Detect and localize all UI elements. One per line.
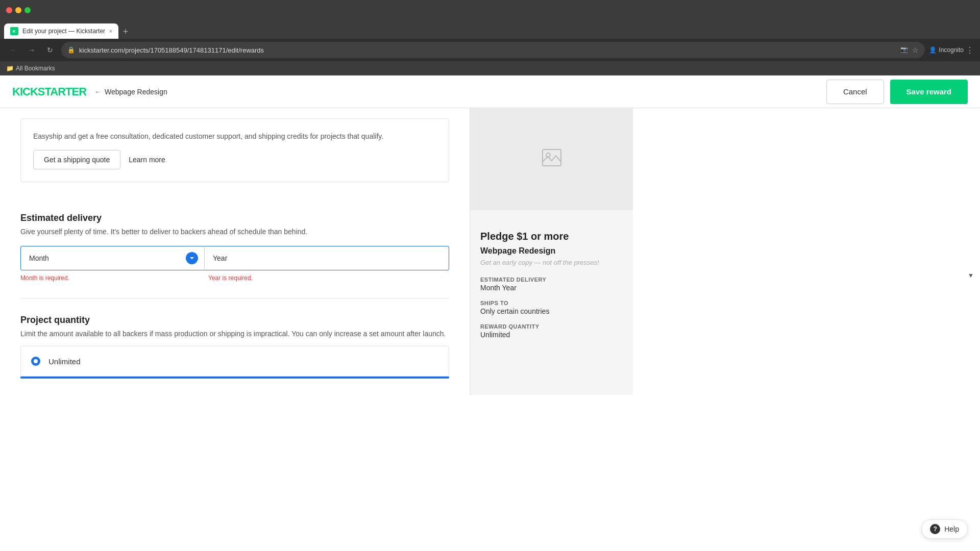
reward-preview-image: [470, 108, 633, 210]
month-select-wrapper: Month January February March April May J…: [20, 246, 204, 270]
reward-quantity-meta-value: Unlimited: [480, 331, 623, 339]
forward-button[interactable]: →: [24, 43, 39, 57]
reward-preview-sidebar: Pledge $1 or more Webpage Redesign Get a…: [470, 108, 633, 395]
unlimited-label: Unlimited: [48, 357, 81, 366]
unlimited-radio[interactable]: [31, 357, 40, 366]
app-header: KICKSTARTER ← Webpage Redesign Cancel Sa…: [0, 76, 980, 108]
tab-bar: K Edit your project — Kickstarter × +: [0, 20, 980, 39]
close-btn[interactable]: [6, 7, 12, 13]
bookmark-icon[interactable]: ☆: [912, 46, 919, 54]
section-divider: [20, 298, 449, 298]
validation-errors-row: Month is required. Year is required.: [20, 272, 449, 282]
shipping-section: Easyship and get a free consultation, de…: [20, 118, 449, 182]
camera-off-icon: 📷: [900, 46, 908, 54]
year-select-wrapper: Year 2024 2025 2026 2027 2028 ▼: [204, 246, 449, 270]
estimated-delivery-meta: ESTIMATED DELIVERY Month Year: [480, 277, 623, 292]
learn-more-link[interactable]: Learn more: [129, 156, 165, 164]
quantity-title: Project quantity: [20, 315, 449, 325]
sidebar-content: Pledge $1 or more Webpage Redesign Get a…: [470, 220, 633, 357]
help-button[interactable]: ? Help: [921, 519, 968, 539]
delivery-selects-row: Month January February March April May J…: [20, 246, 449, 270]
project-quantity-section: Project quantity Limit the amount availa…: [20, 315, 449, 379]
kickstarter-logo: KICKSTARTER: [12, 85, 86, 98]
active-tab[interactable]: K Edit your project — Kickstarter ×: [4, 23, 118, 39]
save-reward-button[interactable]: Save reward: [890, 80, 968, 104]
header-right: Cancel Save reward: [826, 80, 968, 104]
tab-favicon: K: [10, 27, 18, 35]
help-icon: ?: [930, 524, 940, 534]
estimated-delivery-desc: Give yourself plenty of time. It's bette…: [20, 228, 449, 236]
get-shipping-quote-button[interactable]: Get a shipping quote: [33, 150, 120, 169]
ships-to-meta-label: SHIPS TO: [480, 300, 623, 306]
toolbar-right: 👤 Incognito ⋮: [929, 45, 974, 55]
new-tab-button[interactable]: +: [118, 24, 133, 39]
pledge-amount: Pledge $1 or more: [480, 231, 623, 242]
ships-to-meta: SHIPS TO Only certain countries: [480, 300, 623, 315]
profile-icon: 👤: [929, 46, 937, 54]
quantity-desc: Limit the amount available to all backer…: [20, 330, 449, 338]
cancel-button[interactable]: Cancel: [826, 80, 884, 104]
project-name: Webpage Redesign: [105, 88, 167, 96]
maximize-btn[interactable]: [24, 7, 31, 13]
shipping-actions: Get a shipping quote Learn more: [33, 150, 436, 169]
main-layout: Easyship and get a free consultation, de…: [0, 108, 980, 395]
minimize-btn[interactable]: [15, 7, 21, 13]
app: KICKSTARTER ← Webpage Redesign Cancel Sa…: [0, 76, 980, 551]
spacer: [20, 192, 449, 213]
tab-close-btn[interactable]: ×: [109, 29, 112, 34]
tab-title: Edit your project — Kickstarter: [22, 28, 105, 35]
lock-icon: 🔒: [67, 46, 75, 54]
year-error-text: Year is required.: [208, 274, 449, 282]
reload-button[interactable]: ↻: [43, 43, 57, 57]
image-placeholder-icon: [542, 148, 562, 170]
browser-chrome: K Edit your project — Kickstarter × + ← …: [0, 0, 980, 76]
quantity-progress-bar: [20, 377, 449, 379]
back-arrow-icon: ←: [94, 88, 102, 96]
year-select[interactable]: Year 2024 2025 2026 2027 2028: [204, 246, 449, 270]
year-error-wrapper: Year is required.: [204, 272, 449, 282]
reward-title: Webpage Redesign: [480, 246, 623, 256]
back-link[interactable]: ← Webpage Redesign: [94, 88, 167, 96]
estimated-delivery-meta-label: ESTIMATED DELIVERY: [480, 277, 623, 283]
bookmarks-folder-icon: 📁: [6, 65, 14, 72]
incognito-label: Incognito: [939, 46, 964, 54]
year-select-arrow: ▼: [968, 272, 974, 279]
bookmarks-label: 📁 All Bookmarks: [6, 65, 55, 72]
month-error-text: Month is required.: [20, 274, 204, 282]
window-controls[interactable]: [6, 7, 31, 13]
back-button[interactable]: ←: [6, 43, 20, 57]
reward-quantity-meta-label: REWARD QUANTITY: [480, 323, 623, 330]
address-bar-icons: 📷 ☆: [900, 46, 919, 54]
ships-to-meta-value: Only certain countries: [480, 307, 623, 315]
bookmarks-bar: 📁 All Bookmarks: [0, 61, 980, 76]
estimated-delivery-section: Estimated delivery Give yourself plenty …: [20, 213, 449, 282]
month-select[interactable]: Month January February March April May J…: [20, 246, 204, 270]
reward-description: Get an early copy — not off the presses!: [480, 259, 623, 266]
header-left: KICKSTARTER ← Webpage Redesign: [12, 85, 167, 98]
estimated-delivery-title: Estimated delivery: [20, 213, 449, 223]
help-label: Help: [944, 525, 959, 533]
extensions-icon[interactable]: ⋮: [966, 45, 974, 55]
address-bar[interactable]: 🔒 kickstarter.com/projects/1705188549/17…: [61, 42, 925, 58]
url-text: kickstarter.com/projects/1705188549/1748…: [79, 46, 896, 54]
reward-quantity-meta: REWARD QUANTITY Unlimited: [480, 323, 623, 339]
unlimited-option[interactable]: Unlimited: [20, 346, 449, 377]
browser-titlebar: [0, 0, 980, 20]
month-error-wrapper: Month is required.: [20, 272, 204, 282]
estimated-delivery-meta-value: Month Year: [480, 284, 623, 292]
browser-toolbar: ← → ↻ 🔒 kickstarter.com/projects/1705188…: [0, 39, 980, 61]
main-content: Easyship and get a free consultation, de…: [0, 108, 470, 395]
shipping-description: Easyship and get a free consultation, de…: [33, 131, 436, 142]
